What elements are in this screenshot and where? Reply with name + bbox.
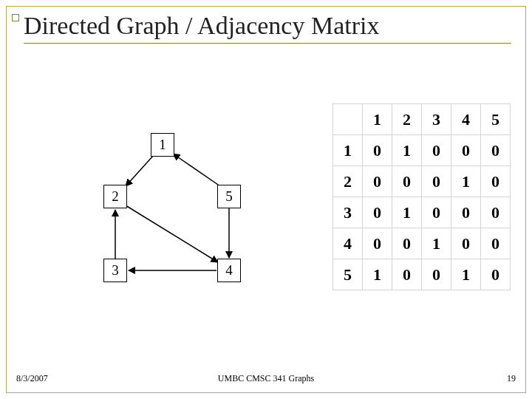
matrix-cell: 0 [481, 197, 511, 228]
matrix-cell: 0 [481, 166, 511, 197]
matrix-cell: 0 [451, 228, 481, 259]
matrix-cell: 0 [422, 135, 451, 166]
matrix-row-header: 5 [333, 259, 363, 290]
adjacency-matrix: 1 2 3 4 5 1 0 1 0 0 0 2 0 0 0 1 0 3 0 1 … [332, 103, 511, 290]
matrix-cell: 0 [481, 259, 511, 290]
matrix-cell: 0 [363, 135, 392, 166]
matrix-row: 1 0 1 0 0 0 [333, 135, 511, 166]
matrix-cell: 1 [451, 166, 481, 197]
matrix-cell: 0 [422, 259, 451, 290]
matrix-cell: 0 [363, 228, 392, 259]
matrix-cell: 0 [422, 166, 451, 197]
matrix-row: 4 0 0 1 0 0 [333, 228, 511, 259]
matrix-cell: 0 [392, 259, 422, 290]
title-underline [24, 43, 511, 44]
matrix-header-row: 1 2 3 4 5 [333, 104, 511, 135]
matrix-cell: 0 [422, 197, 451, 228]
graph-node-2: 2 [103, 185, 127, 208]
matrix-row-header: 2 [333, 166, 363, 197]
matrix-cell: 1 [392, 135, 422, 166]
node-label: 5 [225, 188, 233, 205]
matrix-cell: 1 [422, 228, 451, 259]
node-label: 3 [112, 262, 119, 279]
matrix-col-header: 2 [392, 104, 422, 135]
node-label: 2 [112, 188, 119, 205]
matrix-row-header: 4 [333, 228, 363, 259]
graph-node-3: 3 [103, 259, 127, 282]
matrix-cell: 1 [392, 197, 422, 228]
matrix-cell: 0 [451, 197, 481, 228]
matrix-cell: 1 [363, 259, 392, 290]
matrix-col-header: 5 [481, 104, 511, 135]
matrix-cell: 0 [363, 197, 392, 228]
matrix-cell: 0 [481, 135, 511, 166]
matrix-col-header: 1 [363, 104, 392, 135]
matrix-cell: 0 [451, 135, 481, 166]
matrix-col-header: 4 [451, 104, 481, 135]
matrix-row: 2 0 0 0 1 0 [333, 166, 511, 197]
graph-node-1: 1 [151, 133, 174, 157]
node-label: 1 [159, 137, 166, 153]
slide-title: Directed Graph / Adjacency Matrix [24, 12, 379, 40]
matrix-row-header: 3 [333, 197, 363, 228]
footer-center: UMBC CMSC 341 Graphs [0, 373, 532, 384]
bullet-square-icon [12, 14, 19, 21]
matrix-col-header: 3 [422, 104, 451, 135]
matrix-row-header: 1 [333, 135, 363, 166]
matrix-row: 5 1 0 0 1 0 [333, 259, 511, 290]
graph-node-4: 4 [217, 259, 241, 282]
matrix-cell: 0 [481, 228, 511, 259]
svg-line-3 [126, 205, 218, 262]
footer-page-number: 19 [507, 373, 516, 384]
matrix-corner [333, 104, 363, 135]
matrix-cell: 1 [451, 259, 481, 290]
directed-graph: 1 2 3 4 5 [89, 118, 288, 310]
matrix-cell: 0 [363, 166, 392, 197]
matrix-row: 3 0 1 0 0 0 [333, 197, 511, 228]
matrix-cell: 0 [392, 166, 422, 197]
matrix-cell: 0 [392, 228, 422, 259]
node-label: 4 [225, 262, 233, 279]
svg-line-0 [126, 155, 154, 186]
svg-line-1 [173, 154, 220, 186]
graph-node-5: 5 [217, 185, 241, 208]
